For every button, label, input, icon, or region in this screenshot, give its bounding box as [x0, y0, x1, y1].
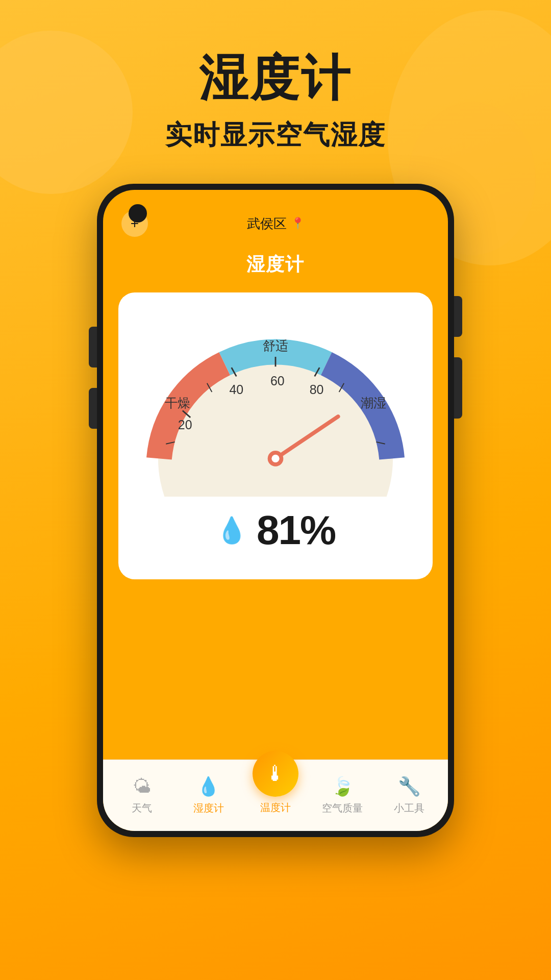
svg-text:40: 40: [229, 382, 243, 397]
bottom-nav: 🌤 天气 💧 湿度计 🌡 温度计 🍃: [103, 760, 448, 831]
nav-label-weather: 天气: [132, 801, 152, 815]
nav-item-humidity[interactable]: 💧 湿度计: [175, 776, 242, 815]
top-section: 湿度计 实时显示空气湿度: [0, 0, 551, 153]
nav-item-air[interactable]: 🍃 空气质量: [309, 776, 376, 815]
side-button-volume-down-1: [89, 327, 97, 368]
location-pin-icon: 📍: [291, 217, 305, 230]
air-quality-icon: 🍃: [331, 776, 354, 797]
sub-title: 实时显示空气湿度: [0, 117, 551, 153]
svg-text:80: 80: [310, 382, 324, 397]
page-title: 湿度计: [103, 247, 448, 292]
svg-text:舒适: 舒适: [263, 338, 288, 353]
side-button-volume-up: [454, 357, 462, 419]
gauge-container: 20 40 60 80 干燥 舒适: [134, 313, 417, 497]
water-drop-icon: 💧: [216, 516, 247, 545]
location-text: 武侯区: [247, 215, 287, 233]
gauge-svg: 20 40 60 80 干燥 舒适: [134, 313, 417, 497]
svg-text:60: 60: [270, 374, 285, 388]
side-button-volume-down-2: [89, 388, 97, 429]
svg-point-19: [271, 455, 279, 462]
svg-text:干燥: 干燥: [165, 396, 190, 410]
phone-frame: + 武侯区 📍 湿度计: [97, 184, 454, 837]
phone-mockup: + 武侯区 📍 湿度计: [97, 184, 454, 837]
location-area[interactable]: 武侯区 📍: [247, 215, 305, 233]
phone-header: + 武侯区 📍: [103, 190, 448, 247]
svg-text:20: 20: [178, 418, 192, 432]
nav-label-tools: 小工具: [394, 801, 424, 815]
nav-item-tools[interactable]: 🔧 小工具: [376, 776, 443, 815]
nav-label-air: 空气质量: [322, 801, 363, 815]
nav-item-weather[interactable]: 🌤 天气: [108, 776, 175, 815]
side-button-power: [454, 296, 462, 337]
thermometer-icon: 🌡: [265, 762, 286, 786]
nav-label-thermometer: 温度计: [260, 801, 291, 815]
weather-icon: 🌤: [133, 776, 151, 797]
nav-item-thermometer[interactable]: 🌡 温度计: [242, 751, 309, 815]
humidity-value: 81%: [257, 507, 335, 554]
svg-text:潮湿: 潮湿: [361, 396, 386, 410]
nav-label-humidity: 湿度计: [193, 801, 224, 815]
nav-center-circle: 🌡: [253, 751, 298, 797]
main-title: 湿度计: [0, 51, 551, 105]
tools-icon: 🔧: [398, 776, 421, 797]
humidity-display: 💧 81%: [216, 507, 335, 554]
gauge-card: 20 40 60 80 干燥 舒适: [118, 292, 433, 579]
camera-hole: [129, 204, 147, 223]
phone-screen: + 武侯区 📍 湿度计: [103, 190, 448, 831]
humidity-nav-icon: 💧: [197, 776, 220, 797]
phone-content: + 武侯区 📍 湿度计: [103, 190, 448, 831]
